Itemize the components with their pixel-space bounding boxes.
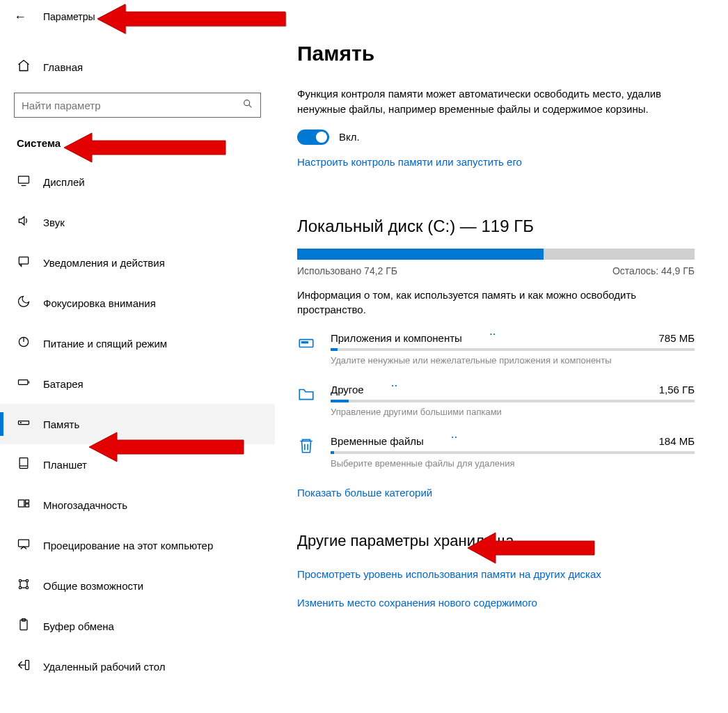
svg-line-1 bbox=[249, 105, 252, 108]
category-size: 184 МБ bbox=[658, 435, 695, 447]
sidebar-item-tablet[interactable]: Планшет bbox=[0, 444, 275, 485]
svg-rect-7 bbox=[19, 379, 28, 384]
sidebar-home-label: Главная bbox=[43, 61, 83, 73]
svg-point-19 bbox=[19, 586, 21, 588]
svg-rect-26 bbox=[304, 341, 306, 343]
sidebar-item-label: Удаленный рабочий стол bbox=[43, 661, 165, 673]
show-more-categories-link[interactable]: Показать больше категорий bbox=[297, 487, 695, 499]
svg-rect-16 bbox=[19, 540, 29, 547]
svg-point-0 bbox=[244, 100, 250, 106]
sidebar-item-label: Планшет bbox=[43, 459, 87, 471]
sidebar: ← Параметры Главная Система Дисплей bbox=[0, 0, 275, 713]
search-input[interactable] bbox=[14, 93, 261, 118]
other-storage-heading: Другие параметры хранилища bbox=[297, 532, 695, 550]
multitask-icon bbox=[17, 496, 31, 514]
sidebar-item-label: Общие возможности bbox=[43, 580, 143, 592]
sidebar-item-clipboard[interactable]: Буфер обмена bbox=[0, 606, 275, 646]
category-subtitle: Удалите ненужные или нежелательные прило… bbox=[331, 355, 695, 366]
category-subtitle: Управление другими большими папками bbox=[331, 407, 695, 417]
sidebar-item-storage[interactable]: Память bbox=[0, 404, 275, 444]
category-size: 1,56 ГБ bbox=[659, 384, 695, 395]
main-panel: Память Функция контроля памяти может авт… bbox=[275, 0, 728, 713]
projecting-icon bbox=[17, 537, 31, 554]
svg-rect-23 bbox=[26, 660, 29, 669]
storage-icon bbox=[17, 416, 31, 433]
home-icon bbox=[17, 58, 31, 76]
battery-icon bbox=[17, 375, 31, 393]
svg-point-18 bbox=[26, 579, 28, 581]
storage-category-temp[interactable]: Временные файлы•• 184 МБ Выберите времен… bbox=[297, 435, 695, 469]
sidebar-item-label: Фокусировка внимания bbox=[43, 297, 156, 309]
svg-rect-15 bbox=[26, 503, 29, 506]
window-title: Параметры bbox=[43, 11, 95, 22]
sidebar-item-label: Уведомления и действия bbox=[43, 257, 165, 269]
sidebar-item-sound[interactable]: Звук bbox=[0, 202, 275, 242]
configure-storage-sense-link[interactable]: Настроить контроль памяти или запустить … bbox=[297, 156, 695, 168]
sidebar-item-power[interactable]: Питание и спящий режим bbox=[0, 323, 275, 363]
disk-free-label: Осталось: 44,9 ГБ bbox=[612, 265, 695, 276]
notifications-icon bbox=[17, 254, 31, 272]
loading-dots-icon: •• bbox=[490, 331, 497, 337]
sidebar-home[interactable]: Главная bbox=[0, 50, 275, 84]
sidebar-item-shared[interactable]: Общие возможности bbox=[0, 565, 275, 606]
svg-point-17 bbox=[19, 579, 21, 581]
sidebar-item-display[interactable]: Дисплей bbox=[0, 162, 275, 202]
svg-rect-2 bbox=[19, 176, 29, 183]
sidebar-item-label: Дисплей bbox=[43, 176, 85, 188]
focus-icon bbox=[17, 295, 31, 312]
toggle-label: Вкл. bbox=[339, 131, 360, 143]
view-other-drives-link[interactable]: Просмотреть уровень использования памяти… bbox=[297, 568, 695, 580]
storage-sense-toggle-row: Вкл. bbox=[297, 130, 695, 145]
sidebar-item-battery[interactable]: Батарея bbox=[0, 363, 275, 404]
category-name: Другое bbox=[331, 384, 364, 395]
change-save-location-link[interactable]: Изменить место сохранения нового содержи… bbox=[297, 597, 695, 609]
sidebar-group-title: Система bbox=[0, 123, 275, 162]
storage-category-other[interactable]: Другое•• 1,56 ГБ Управление другими боль… bbox=[297, 384, 695, 417]
svg-rect-4 bbox=[19, 257, 28, 264]
disk-used-label: Использовано 74,2 ГБ bbox=[297, 265, 397, 276]
back-button[interactable]: ← bbox=[14, 10, 26, 24]
sidebar-item-multitask[interactable]: Многозадачность bbox=[0, 485, 275, 525]
sidebar-item-projecting[interactable]: Проецирование на этот компьютер bbox=[0, 525, 275, 565]
sidebar-item-remote[interactable]: Удаленный рабочий стол bbox=[0, 646, 275, 687]
category-name: Приложения и компоненты bbox=[331, 332, 462, 344]
apps-icon bbox=[297, 334, 317, 354]
titlebar: ← Параметры bbox=[0, 0, 275, 33]
remote-icon bbox=[17, 658, 31, 675]
intro-text: Функция контроля памяти может автоматиче… bbox=[297, 86, 673, 117]
shared-icon bbox=[17, 577, 31, 595]
category-bar bbox=[331, 400, 695, 402]
svg-point-20 bbox=[26, 586, 28, 588]
sidebar-item-label: Питание и спящий режим bbox=[43, 338, 167, 350]
sidebar-nav-list: Дисплей Звук Уведомления и действия Фоку… bbox=[0, 162, 275, 687]
loading-dots-icon: •• bbox=[392, 382, 399, 389]
display-icon bbox=[17, 173, 31, 191]
trash-icon bbox=[297, 437, 317, 457]
sidebar-item-notifications[interactable]: Уведомления и действия bbox=[0, 242, 275, 283]
sidebar-item-label: Проецирование на этот компьютер bbox=[43, 540, 213, 551]
svg-point-10 bbox=[20, 422, 21, 423]
clipboard-icon bbox=[17, 618, 31, 635]
folder-icon bbox=[297, 385, 317, 406]
category-bar bbox=[331, 348, 695, 351]
search-input-field[interactable] bbox=[22, 100, 242, 111]
page-title: Память bbox=[297, 42, 695, 65]
category-name: Временные файлы bbox=[331, 435, 424, 447]
svg-rect-11 bbox=[19, 457, 28, 468]
sound-icon bbox=[17, 214, 31, 231]
sidebar-item-label: Звук bbox=[43, 217, 65, 228]
category-subtitle: Выберите временные файлы для удаления bbox=[331, 458, 695, 469]
disk-heading: Локальный диск (C:) — 119 ГБ bbox=[297, 217, 695, 236]
sidebar-item-focus[interactable]: Фокусировка внимания bbox=[0, 283, 275, 323]
storage-sense-toggle[interactable] bbox=[297, 130, 329, 145]
power-icon bbox=[17, 335, 31, 352]
tablet-icon bbox=[17, 456, 31, 473]
disk-stats: Использовано 74,2 ГБ Осталось: 44,9 ГБ bbox=[297, 265, 695, 276]
sidebar-item-label: Батарея bbox=[43, 378, 84, 390]
storage-category-apps[interactable]: Приложения и компоненты•• 785 МБ Удалите… bbox=[297, 332, 695, 366]
sidebar-item-label: Многозадачность bbox=[43, 499, 127, 511]
svg-rect-14 bbox=[26, 500, 29, 503]
svg-rect-25 bbox=[302, 341, 303, 343]
sidebar-item-label: Память bbox=[43, 418, 79, 430]
sidebar-item-label: Буфер обмена bbox=[43, 620, 114, 632]
